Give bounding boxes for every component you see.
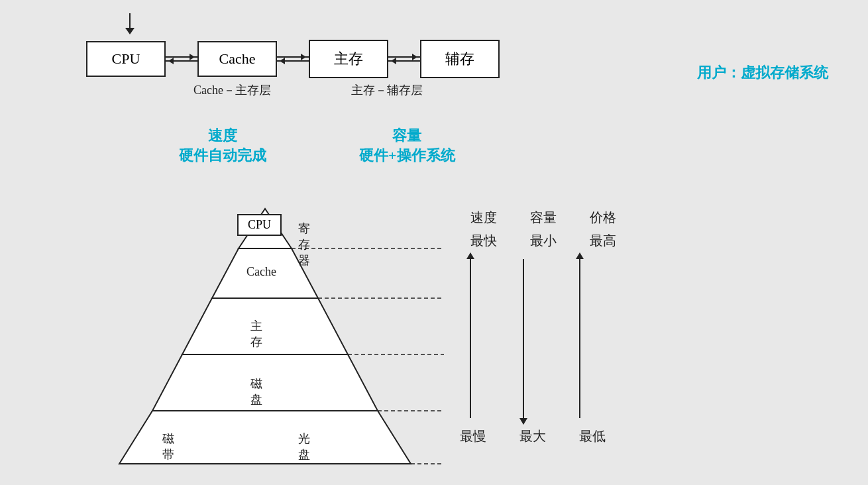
arrow-main-aux [388, 56, 420, 62]
user-virtual-storage-label: 用户：虚拟存储系统 [697, 63, 828, 83]
svg-marker-15 [576, 252, 584, 259]
pyramid-cpu-label: CPU [237, 214, 282, 236]
capacity-label: 容量 [392, 126, 421, 146]
fastest-label: 最快 [470, 232, 497, 250]
cache-box: Cache [197, 41, 277, 77]
svg-marker-13 [519, 418, 527, 425]
svg-marker-11 [466, 252, 474, 259]
speed-header: 速度 [470, 209, 497, 227]
top-diagram: CPU Cache 主存 辅存 Cache－主存层 主存－辅存层 [86, 13, 629, 106]
cpu-box: CPU [86, 41, 166, 77]
memory-boxes-row: CPU Cache 主存 辅存 [86, 40, 629, 78]
arrow-cache-main [277, 56, 309, 62]
arrow-cpu-cache [166, 56, 197, 62]
pyramid-disk-label: 磁盘 [250, 376, 262, 407]
capacity-header: 容量 [530, 209, 557, 227]
right-annotations: 速度 容量 价格 最快 最小 最高 [451, 209, 782, 445]
pyramid-tape-label: 磁带 [162, 431, 174, 462]
pyramid-main-label: 主存 [250, 318, 262, 350]
highest-price-label: 最高 [590, 232, 616, 250]
price-header: 价格 [590, 209, 616, 227]
aux-memory-box: 辅存 [420, 40, 500, 78]
arrows-svg [451, 252, 649, 438]
smallest-label: 最小 [530, 232, 557, 250]
cyan-annotations: 速度 硬件自动完成 容量 硬件+操作系统 [179, 126, 455, 166]
pyramid-cache-label: Cache [246, 265, 276, 279]
main-memory-box: 主存 [309, 40, 388, 78]
lowest-price-label: 最低 [579, 427, 606, 445]
speed-label: 速度 [208, 126, 237, 146]
main-aux-label: 主存－辅存层 [351, 82, 423, 98]
svg-marker-3 [152, 354, 378, 411]
slide-container: CPU Cache 主存 辅存 Cache－主存层 主存－辅存层 [0, 0, 868, 485]
hardware-auto-label: 硬件自动完成 [179, 146, 266, 166]
largest-label: 最大 [519, 427, 546, 445]
register-label: 寄存器 [298, 221, 310, 268]
bottom-diagram: CPU 寄存器 Cache 主存 磁盘 磁带 光盘 速度 容量 价格 最快 [86, 195, 815, 474]
pyramid-cd-label: 光盘 [298, 431, 310, 462]
svg-marker-2 [182, 298, 348, 354]
hardware-os-label: 硬件+操作系统 [359, 146, 455, 166]
cache-main-label: Cache－主存层 [193, 82, 271, 98]
slowest-label: 最慢 [460, 427, 486, 445]
pyramid-svg [86, 195, 451, 467]
